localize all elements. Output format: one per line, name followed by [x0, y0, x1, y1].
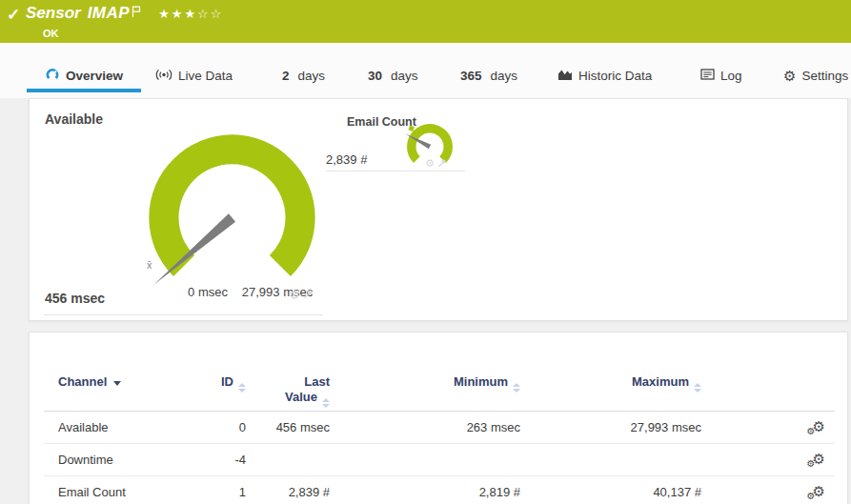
available-scale-max: 27,993 msec — [211, 285, 344, 299]
prtg-sensor-page: ✓ Sensor IMAP ★★★☆☆ OK Overview — [0, 0, 851, 504]
pin-icon[interactable] — [437, 158, 447, 170]
tab-label: days — [391, 69, 418, 83]
cell-channel: Downtime — [44, 444, 187, 476]
tab-live-data[interactable]: Live Data — [155, 63, 233, 89]
sort-icon — [322, 398, 330, 408]
tab-settings[interactable]: ⚙ Settings — [783, 63, 848, 89]
tab-overview[interactable]: Overview — [27, 63, 141, 92]
cell-maximum — [520, 444, 701, 476]
tab-2-days[interactable]: 2 days — [282, 63, 325, 89]
tab-label: Settings — [801, 69, 848, 83]
mean-marker: x̄ — [147, 259, 152, 271]
channel-settings-button[interactable]: ⚙⚙ — [807, 451, 835, 469]
flag-icon[interactable] — [132, 5, 141, 22]
gauge-icon — [45, 68, 60, 85]
tab-bar: Overview Live Data 2 days 30 days 365 da… — [0, 43, 851, 98]
gear-icon[interactable]: ⚙ — [289, 288, 300, 302]
sort-icon — [238, 383, 246, 393]
available-gauge: x̄ — [125, 115, 340, 289]
channel-settings-button[interactable]: ⚙⚙ — [807, 418, 835, 436]
email-count-gauge-value: 2,839 # — [326, 152, 367, 167]
cell-channel: Available — [44, 412, 187, 444]
column-header-last-value[interactable]: Last Value — [246, 367, 330, 412]
live-data-icon — [155, 69, 172, 84]
status-badge: OK — [43, 28, 59, 39]
cell-minimum: 2,819 # — [330, 476, 520, 504]
gear-icon[interactable]: ⚙ — [425, 157, 435, 170]
available-gauge-value: 456 msec — [45, 291, 105, 306]
tab-30-days[interactable]: 30 days — [368, 63, 418, 89]
tab-label: Historic Data — [578, 69, 652, 83]
tab-label: days — [298, 69, 326, 83]
sensor-header: ✓ Sensor IMAP ★★★☆☆ OK — [0, 0, 851, 43]
tab-historic-data[interactable]: Historic Data — [557, 63, 652, 89]
sort-icon — [513, 383, 520, 393]
sensor-title-name: IMAP — [88, 4, 131, 23]
cell-id: 0 — [187, 412, 246, 444]
tab-label: days — [491, 69, 518, 83]
available-cell-divider — [44, 314, 323, 315]
tab-number: 365 — [460, 69, 482, 83]
column-header-channel[interactable]: Channel — [44, 367, 187, 412]
table-row: Email Count 1 2,839 # 2,819 # 40,137 # ⚙… — [44, 476, 835, 504]
column-header-id[interactable]: ID — [187, 367, 246, 412]
table-header-row: Channel ID Last Value Minimum Maximum — [44, 367, 835, 412]
email-count-cell-divider — [326, 171, 465, 171]
cell-minimum: 263 msec — [330, 412, 520, 444]
tab-365-days[interactable]: 365 days — [460, 63, 517, 89]
email-count-cell-actions: ⚙ — [425, 157, 447, 170]
cell-last-value: 2,839 # — [246, 476, 330, 504]
cell-last-value: 456 msec — [246, 412, 330, 444]
sort-caret-down-icon — [113, 381, 121, 386]
cell-minimum — [330, 444, 520, 476]
sensor-title: Sensor IMAP ★★★☆☆ — [26, 4, 223, 23]
channel-settings-button[interactable]: ⚙⚙ — [807, 483, 835, 501]
column-header-minimum[interactable]: Minimum — [330, 367, 520, 412]
table-row: Downtime -4 ⚙⚙ — [44, 444, 835, 476]
pin-icon[interactable] — [303, 288, 314, 302]
cell-maximum: 40,137 # — [520, 476, 701, 504]
cell-id: -4 — [187, 444, 246, 476]
channel-table-panel: Channel ID Last Value Minimum Maximum — [29, 332, 848, 504]
cell-last-value — [246, 444, 330, 476]
tab-label: Overview — [66, 69, 123, 83]
sensor-title-prefix: Sensor — [26, 4, 81, 23]
channel-table: Channel ID Last Value Minimum Maximum — [44, 367, 835, 504]
column-header-maximum[interactable]: Maximum — [520, 367, 701, 412]
cell-id: 1 — [187, 476, 246, 504]
sort-icon — [694, 383, 701, 393]
tab-number: 30 — [368, 69, 382, 83]
gauges-panel: Available x̄ 0 msec 27,993 msec 456 msec… — [29, 98, 848, 321]
status-check-icon: ✓ — [7, 5, 20, 25]
gear-icon: ⚙ — [783, 69, 796, 83]
area-chart-icon — [557, 69, 573, 84]
log-list-icon — [700, 69, 715, 83]
tab-label: Live Data — [178, 69, 233, 83]
tab-number: 2 — [282, 69, 290, 83]
cell-channel: Email Count — [44, 476, 187, 504]
tab-log[interactable]: Log — [700, 63, 742, 89]
column-header-actions — [701, 367, 835, 412]
tab-label: Log — [720, 69, 742, 83]
table-row: Available 0 456 msec 263 msec 27,993 mse… — [44, 412, 835, 444]
available-gauge-title: Available — [45, 111, 103, 127]
available-cell-actions: ⚙ — [289, 288, 314, 302]
priority-stars[interactable]: ★★★☆☆ — [158, 7, 223, 21]
cell-maximum: 27,993 msec — [520, 412, 701, 444]
